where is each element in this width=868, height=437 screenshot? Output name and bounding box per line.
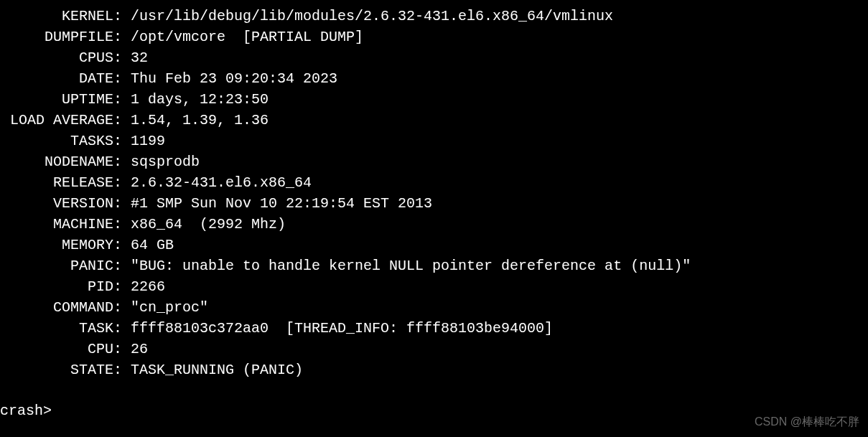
- release-value: 2.6.32-431.el6.x86_64: [131, 174, 312, 191]
- task-label: TASK:: [0, 318, 122, 339]
- release-label: RELEASE:: [0, 172, 122, 193]
- command-line: COMMAND: "cn_proc": [0, 297, 868, 318]
- tasks-label: TASKS:: [0, 131, 122, 151]
- machine-line: MACHINE: x86_64 (2992 Mhz): [0, 214, 868, 235]
- kernel-value: /usr/lib/debug/lib/modules/2.6.32-431.el…: [131, 8, 613, 24]
- tasks-line: TASKS: 1199: [0, 131, 868, 151]
- panic-label: PANIC:: [0, 255, 122, 276]
- nodename-line: NODENAME: sqsprodb: [0, 151, 868, 172]
- memory-line: MEMORY: 64 GB: [0, 235, 868, 255]
- kernel-line: KERNEL: /usr/lib/debug/lib/modules/2.6.3…: [0, 6, 868, 27]
- uptime-value: 1 days, 12:23:50: [131, 91, 269, 108]
- crash-prompt-text: crash>: [0, 403, 52, 419]
- dumpfile-value: /opt/vmcore [PARTIAL DUMP]: [131, 29, 363, 45]
- state-value: TASK_RUNNING (PANIC): [131, 362, 303, 378]
- kernel-label: KERNEL:: [0, 6, 122, 27]
- cpu-label: CPU:: [0, 339, 122, 360]
- tasks-value: 1199: [131, 133, 165, 149]
- loadavg-value: 1.54, 1.39, 1.36: [131, 112, 269, 128]
- uptime-label: UPTIME:: [0, 89, 122, 110]
- version-line: VERSION: #1 SMP Sun Nov 10 22:19:54 EST …: [0, 193, 868, 214]
- command-label: COMMAND:: [0, 297, 122, 318]
- cpus-label: CPUS:: [0, 47, 122, 68]
- memory-label: MEMORY:: [0, 235, 122, 255]
- release-line: RELEASE: 2.6.32-431.el6.x86_64: [0, 172, 868, 193]
- nodename-label: NODENAME:: [0, 151, 122, 172]
- state-line: STATE: TASK_RUNNING (PANIC): [0, 360, 868, 380]
- task-line: TASK: ffff88103c372aa0 [THREAD_INFO: fff…: [0, 318, 868, 339]
- loadavg-label: LOAD AVERAGE:: [0, 110, 122, 131]
- date-label: DATE:: [0, 68, 122, 89]
- cpus-value: 32: [131, 50, 148, 66]
- dumpfile-line: DUMPFILE: /opt/vmcore [PARTIAL DUMP]: [0, 27, 868, 47]
- panic-line: PANIC: "BUG: unable to handle kernel NUL…: [0, 255, 868, 276]
- dumpfile-label: DUMPFILE:: [0, 27, 122, 47]
- cpus-line: CPUS: 32: [0, 47, 868, 68]
- machine-label: MACHINE:: [0, 214, 122, 235]
- panic-value: "BUG: unable to handle kernel NULL point…: [131, 258, 691, 274]
- machine-value: x86_64 (2992 Mhz): [131, 216, 286, 232]
- uptime-line: UPTIME: 1 days, 12:23:50: [0, 89, 868, 110]
- memory-value: 64 GB: [131, 237, 174, 253]
- pid-label: PID:: [0, 276, 122, 297]
- cpu-line: CPU: 26: [0, 339, 868, 360]
- version-label: VERSION:: [0, 193, 122, 214]
- loadavg-line: LOAD AVERAGE: 1.54, 1.39, 1.36: [0, 110, 868, 131]
- state-label: STATE:: [0, 360, 122, 380]
- command-value: "cn_proc": [131, 299, 208, 316]
- task-value: ffff88103c372aa0 [THREAD_INFO: ffff88103…: [131, 320, 553, 337]
- pid-line: PID: 2266: [0, 276, 868, 297]
- pid-value: 2266: [131, 278, 165, 295]
- date-line: DATE: Thu Feb 23 09:20:34 2023: [0, 68, 868, 89]
- date-value: Thu Feb 23 09:20:34 2023: [131, 70, 337, 87]
- cpu-value: 26: [131, 341, 148, 357]
- crash-prompt[interactable]: crash>: [0, 400, 868, 421]
- watermark-text: CSDN @棒棒吃不胖: [755, 413, 859, 430]
- version-value: #1 SMP Sun Nov 10 22:19:54 EST 2013: [131, 195, 432, 212]
- nodename-value: sqsprodb: [131, 154, 200, 170]
